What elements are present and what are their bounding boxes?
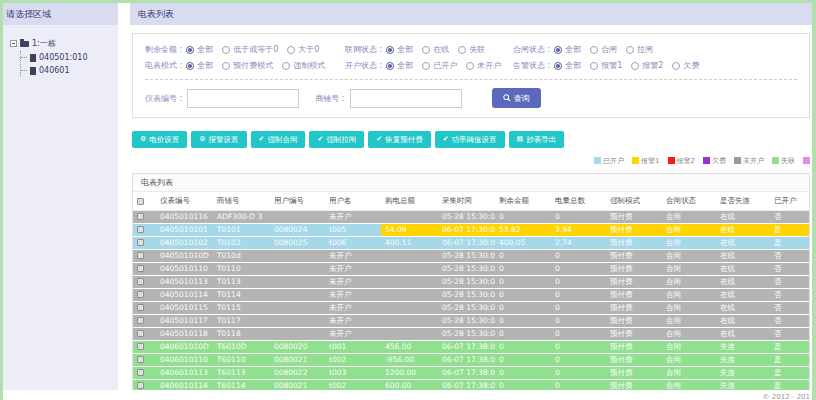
radio-icon — [590, 62, 598, 70]
radio-option[interactable]: 报警2 — [631, 58, 663, 74]
cell: 0 — [495, 341, 551, 354]
cell: 05-28 15:30:00 — [438, 328, 495, 341]
radio-option[interactable]: 低于或等于0 — [222, 42, 278, 58]
radio-option-label: 强制模式 — [293, 58, 325, 74]
radio-option[interactable]: 大于0 — [287, 42, 319, 58]
row-checkbox[interactable] — [137, 330, 144, 337]
query-button[interactable]: 查询 — [492, 88, 541, 108]
radio-option[interactable]: 全部 — [554, 58, 581, 74]
cell: 0 — [495, 211, 551, 224]
radio-option[interactable]: 报警1 — [590, 58, 622, 74]
tree-root[interactable]: 1:一栋 — [10, 38, 116, 49]
filter-label: 开户状态 : — [345, 58, 382, 74]
row-checkbox[interactable] — [137, 369, 144, 376]
cell: 失连 — [716, 341, 770, 354]
cell: 600.00 — [381, 380, 438, 391]
cell: 是 — [770, 237, 809, 250]
cell: 合闸 — [662, 289, 716, 302]
radio-option[interactable]: 预付费模式 — [222, 58, 273, 74]
export-icon: ▤ — [517, 136, 524, 143]
radio-option[interactable]: 全部 — [386, 58, 413, 74]
radio-option[interactable]: 未开户 — [466, 58, 501, 74]
radio-option[interactable]: 拉闸 — [626, 42, 653, 58]
action-button-label: 抄表导出 — [526, 135, 556, 145]
legend-label: 失联 — [781, 157, 795, 165]
cell: 040601010D — [156, 341, 213, 354]
column-header: 已开户 — [770, 192, 809, 211]
radio-option[interactable]: 合闸 — [590, 42, 617, 58]
radio-option[interactable]: 全部 — [554, 42, 581, 58]
action-button[interactable]: ✔强制拉闸 — [309, 131, 364, 148]
cell: 是 — [770, 354, 809, 367]
cell: 0080024 — [270, 224, 325, 237]
radio-icon — [282, 62, 290, 70]
sidebar-title-text: 请选择区域 — [6, 3, 51, 25]
filter-group: 告警状态 :全部报警1报警2欠费 — [513, 58, 708, 74]
meter-no-input[interactable] — [187, 89, 299, 108]
meter-no-label: 仪表编号 : — [145, 93, 182, 104]
cell: t002 — [325, 380, 381, 391]
checkbox-cell — [133, 354, 156, 367]
action-button[interactable]: ⚙报警设置 — [191, 131, 246, 148]
radio-option[interactable]: 全部 — [386, 42, 413, 58]
legend-swatch — [803, 157, 810, 164]
action-button[interactable]: ✔功率阈值设置 — [435, 131, 505, 148]
radio-option-label: 合闸 — [601, 42, 617, 58]
radio-option[interactable]: 失联 — [458, 42, 485, 58]
main-panel: 电表列表 剩余金额 :全部低于或等于0大于0联网状态 :全部在线失联合闸状态 :… — [130, 3, 812, 390]
table-row: 0405010113T0113未开户05-28 15:30:0000预付费合闸在… — [133, 276, 809, 289]
tree-item[interactable]: 040501:010 — [21, 51, 116, 64]
radio-option[interactable]: 欠费 — [672, 58, 699, 74]
filter-label: 剩余金额 : — [145, 42, 182, 58]
collapse-icon[interactable] — [10, 40, 17, 47]
row-checkbox[interactable] — [137, 304, 144, 311]
cell: T0101 — [213, 224, 270, 237]
checkbox-cell — [133, 328, 156, 341]
radio-option[interactable]: 强制模式 — [282, 58, 325, 74]
cell: t001 — [325, 341, 381, 354]
row-checkbox[interactable] — [137, 278, 144, 285]
row-checkbox[interactable] — [137, 239, 144, 246]
action-button[interactable]: ⚙电价设置 — [132, 131, 187, 148]
cell: 合闸 — [662, 250, 716, 263]
radio-option[interactable]: 已开户 — [422, 58, 457, 74]
radio-option[interactable]: 在线 — [422, 42, 449, 58]
cell: 在线 — [716, 237, 770, 250]
cell: t005 — [325, 224, 381, 237]
select-all-header — [133, 192, 156, 211]
row-checkbox[interactable] — [137, 226, 144, 233]
cell: 否 — [770, 263, 809, 276]
cell: 0 — [495, 315, 551, 328]
action-button[interactable]: ✔强制合闸 — [251, 131, 306, 148]
filter-label: 合闸状态 : — [513, 42, 550, 58]
cell — [270, 250, 325, 263]
legend-label: 已开户 — [603, 157, 624, 165]
cell: 0406010114 — [156, 380, 213, 391]
action-button[interactable]: ▤抄表导出 — [509, 131, 565, 148]
radio-option[interactable]: 全部 — [186, 58, 213, 74]
row-checkbox[interactable] — [137, 317, 144, 324]
row-checkbox[interactable] — [137, 291, 144, 298]
row-checkbox[interactable] — [137, 343, 144, 350]
action-button[interactable]: ✔恢复预付费 — [368, 131, 430, 148]
row-checkbox[interactable] — [137, 252, 144, 259]
check-icon: ✔ — [317, 136, 323, 143]
cell: 0406010113 — [156, 367, 213, 380]
radio-option[interactable]: 全部 — [186, 42, 213, 58]
radio-option-label: 在线 — [433, 42, 449, 58]
tree-item[interactable]: 040601 — [21, 64, 116, 77]
shop-no-input[interactable] — [350, 89, 462, 108]
select-all-checkbox[interactable] — [137, 198, 144, 205]
checkbox-cell — [133, 263, 156, 276]
checkbox-cell — [133, 289, 156, 302]
row-checkbox[interactable] — [137, 382, 144, 389]
row-checkbox[interactable] — [137, 265, 144, 272]
cell — [381, 276, 438, 289]
cell — [270, 302, 325, 315]
cell: 05-28 15:30:00 — [438, 263, 495, 276]
legend-swatch — [772, 157, 779, 164]
row-checkbox[interactable] — [137, 213, 144, 220]
cell: 06-07 17:30:00 — [438, 237, 495, 250]
cell — [381, 315, 438, 328]
row-checkbox[interactable] — [137, 356, 144, 363]
